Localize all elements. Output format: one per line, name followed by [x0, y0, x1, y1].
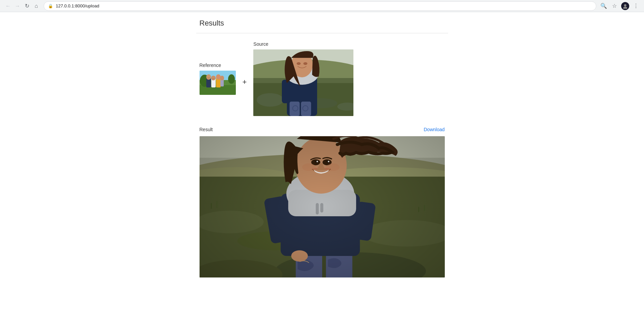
page-title: Results	[196, 19, 448, 28]
svg-point-0	[624, 4, 627, 6]
svg-point-28	[303, 62, 307, 65]
bookmark-button[interactable]: ☆	[610, 2, 618, 10]
svg-point-12	[216, 74, 221, 80]
reference-section: Reference	[200, 63, 236, 95]
reference-image	[200, 71, 236, 95]
plus-symbol: +	[243, 78, 247, 86]
source-section: Source	[253, 41, 353, 116]
profile-button[interactable]	[621, 2, 629, 10]
result-header: Result Download	[200, 127, 445, 132]
lock-icon: 🔒	[48, 4, 53, 8]
back-button[interactable]: ←	[4, 2, 12, 10]
svg-point-1	[623, 7, 627, 9]
svg-point-14	[220, 76, 224, 80]
svg-point-20	[257, 93, 284, 107]
svg-point-6	[228, 74, 235, 84]
result-image	[200, 136, 445, 277]
svg-rect-24	[282, 80, 289, 103]
source-image	[253, 49, 353, 116]
search-button[interactable]: 🔍	[600, 2, 608, 10]
reload-button[interactable]: ↻	[23, 2, 31, 10]
nav-buttons: ← → ↻ ⌂	[4, 2, 40, 10]
reference-label: Reference	[200, 63, 221, 68]
images-section: Reference	[196, 41, 448, 116]
browser-actions: 🔍 ☆ ⋮	[600, 2, 640, 10]
home-button[interactable]: ⌂	[32, 2, 40, 10]
divider	[196, 33, 448, 33]
url-text: 127.0.0.1:8000/upload	[56, 3, 99, 8]
result-label: Result	[200, 127, 213, 132]
menu-button[interactable]: ⋮	[632, 2, 640, 10]
svg-point-8	[206, 74, 211, 80]
forward-button[interactable]: →	[13, 2, 22, 10]
download-link[interactable]: Download	[424, 127, 444, 132]
browser-toolbar: ← → ↻ ⌂ 🔒 127.0.0.1:8000/upload 🔍 ☆ ⋮	[0, 0, 644, 12]
svg-point-27	[297, 62, 301, 65]
result-section: Result Download	[196, 127, 448, 277]
address-bar[interactable]: 🔒 127.0.0.1:8000/upload	[44, 1, 596, 11]
page-content: Results Reference	[196, 12, 448, 284]
source-label: Source	[253, 41, 268, 47]
svg-point-10	[211, 76, 216, 80]
svg-rect-72	[200, 136, 445, 277]
